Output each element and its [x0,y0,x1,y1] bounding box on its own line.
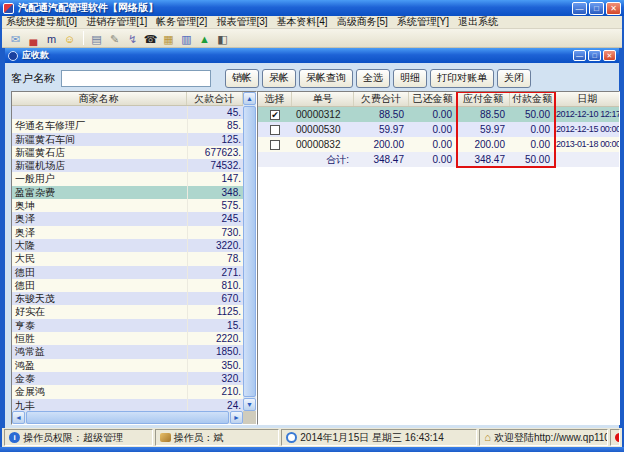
merchant-row[interactable]: 奥坤575. [12,199,245,212]
merchant-row[interactable]: 45. [12,106,245,119]
bills-header-2[interactable]: 欠费合计 [354,92,409,106]
window-controls: — □ ✕ [572,2,621,15]
bills-header-4[interactable]: 应付金额 [457,92,510,106]
menu-item-0[interactable]: 系统快捷导航[0] [6,15,77,29]
close-button[interactable]: ✕ [606,2,621,15]
debt-total-cell: 1125. [188,305,245,318]
horizontal-scrollbar[interactable]: ◄ ► [12,411,243,424]
mail-icon[interactable]: ✉ [7,30,24,46]
dialog-restore-button[interactable]: □ [588,50,601,61]
scroll-left-arrow[interactable]: ◄ [12,411,25,424]
merchant-row[interactable]: 新疆黄石店677623. [12,146,245,159]
close-dialog-button[interactable]: 关闭 [497,69,531,88]
window-bottom-border [0,447,624,452]
merchant-row[interactable]: 鸿常益1850. [12,345,245,358]
print-statement-button[interactable]: 打印对账单 [430,69,494,88]
header-merchant-name[interactable]: 商家名称 [12,92,187,105]
vertical-scrollbar[interactable]: ▲ ▼ [243,92,256,411]
calculator-icon[interactable]: ▦ [160,30,177,46]
header-debt-total[interactable]: 欠款合计 [187,92,244,105]
merchant-name-cell: 德田 [12,266,188,279]
debt-total-cell: 125. [188,133,245,146]
merchant-name-cell: 大民 [12,252,188,265]
bills-header-0[interactable]: 选择 [258,92,292,106]
customer-name-input[interactable] [61,70,211,87]
menu-item-6[interactable]: 系统管理[Y] [397,15,449,29]
menu-item-3[interactable]: 报表管理[3] [216,15,267,29]
bills-header-6[interactable]: 日期 [555,92,620,106]
document-icon[interactable]: ▤ [88,30,105,46]
menu-item-5[interactable]: 高级商务[5] [337,15,388,29]
dialog-title: 应收款 [22,49,571,62]
exit-icon[interactable]: ◧ [214,30,231,46]
scroll-thumb[interactable] [243,106,256,397]
merchant-row[interactable]: 金展鸿210. [12,385,245,398]
bill-row[interactable]: 0000053059.970.0059.970.002012-12-15 00:… [258,122,619,137]
dialog-close-button[interactable]: ✕ [603,50,616,61]
row-checkbox[interactable] [270,125,280,135]
bad-debt-query-button[interactable]: 呆帐查询 [299,69,353,88]
date-cell: 2012-12-10 12:17:2 [555,107,620,122]
debt-total-cell: 677623. [188,146,245,159]
tool-icon[interactable]: ↯ [124,30,141,46]
owed-cell: 88.50 [354,107,409,122]
summary-cell-2: 348.47 [354,152,409,167]
maximize-button[interactable]: □ [589,2,604,15]
debt-total-cell: 15. [188,319,245,332]
detail-button[interactable]: 明细 [393,69,427,88]
menu-item-1[interactable]: 进销存管理[1] [86,15,147,29]
merchant-row[interactable]: 新疆机场店74532. [12,159,245,172]
status-segment-3: ⌂欢迎登陆http://www.qp110.com [479,429,608,446]
bills-header-5[interactable]: 付款金额 [510,92,555,106]
merchant-row[interactable]: 德田271. [12,266,245,279]
smiley-icon[interactable]: ☺ [61,30,78,46]
bad-debt-button[interactable]: 呆帐 [262,69,296,88]
row-checkbox[interactable]: ✔ [270,110,280,120]
merchant-row[interactable]: 九丰24. [12,399,245,412]
merchant-row[interactable]: 恒胜2220. [12,332,245,345]
home-icon: ⌂ [484,432,491,443]
dialog-client: 客户名称 销帐呆帐呆帐查询全选明细打印对账单关闭 商家名称 欠款合计 45.华通… [5,63,619,428]
merchant-name-cell [12,106,188,119]
bills-header-1[interactable]: 单号 [292,92,354,106]
merchant-row[interactable]: 亨泰15. [12,319,245,332]
select-all-button[interactable]: 全选 [356,69,390,88]
abacus-icon[interactable]: ▥ [178,30,195,46]
merchant-row[interactable]: 新疆黄石车间125. [12,133,245,146]
menu-item-2[interactable]: 帐务管理[2] [156,15,207,29]
upload-icon[interactable]: ▲ [196,30,213,46]
owed-cell: 200.00 [354,137,409,152]
book-icon[interactable]: ▄ [25,30,42,46]
bills-header-3[interactable]: 已还金额 [409,92,457,106]
debt-total-cell: 85. [188,119,245,132]
merchant-row[interactable]: 金泰320. [12,372,245,385]
menu-item-7[interactable]: 退出系统 [458,15,498,29]
merchant-row[interactable]: 盈富杂费348. [12,186,245,199]
bill-row[interactable]: ✔0000031288.500.0088.5050.002012-12-10 1… [258,107,619,122]
merchant-row[interactable]: 大民78. [12,252,245,265]
merchant-row[interactable]: 德田810. [12,279,245,292]
edit-icon[interactable]: ✎ [106,30,123,46]
bill-row[interactable]: 00000832200.000.00200.000.002013-01-18 0… [258,137,619,152]
dialog-minimize-button[interactable]: — [573,50,586,61]
merchant-row[interactable]: 好实在1125. [12,305,245,318]
merchant-row[interactable]: 大隆3220. [12,239,245,252]
minimize-button[interactable]: — [572,2,587,15]
summary-cell-0 [258,152,292,167]
scroll-thumb-horizontal[interactable] [26,411,229,424]
merchant-row[interactable]: 鸿盈350. [12,359,245,372]
phone-icon[interactable]: ☎ [142,30,159,46]
merchant-row[interactable]: 奥泽245. [12,212,245,225]
scroll-right-arrow[interactable]: ► [230,411,243,424]
summary-row: 合计:348.470.00348.4750.00 [258,152,619,167]
scroll-up-arrow[interactable]: ▲ [243,92,256,105]
row-checkbox[interactable] [270,140,280,150]
merchant-row[interactable]: 东骏天茂670. [12,292,245,305]
menu-item-4[interactable]: 基本资料[4] [277,15,328,29]
bank-icon[interactable]: m [43,30,60,46]
merchant-row[interactable]: 一般用户147. [12,172,245,185]
scroll-down-arrow[interactable]: ▼ [243,398,256,411]
merchant-row[interactable]: 华通名车修理厂85. [12,119,245,132]
write-off-button[interactable]: 销帐 [225,69,259,88]
merchant-row[interactable]: 奥泽730. [12,226,245,239]
